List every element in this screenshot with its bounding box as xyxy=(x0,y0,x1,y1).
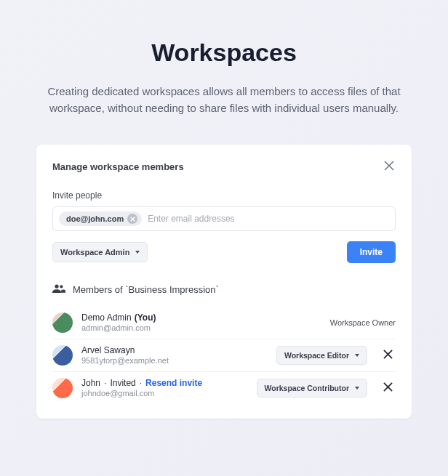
role-dropdown-label: Workspace Admin xyxy=(60,248,129,257)
close-icon xyxy=(384,162,394,173)
you-tag: (You) xyxy=(135,312,156,323)
chevron-down-icon xyxy=(355,387,359,390)
member-info: Demo Admin (You) admin@admin.com xyxy=(81,312,321,332)
invite-input-wrap[interactable]: doe@john.com xyxy=(52,206,396,231)
chip-remove-button[interactable] xyxy=(127,214,137,224)
dot-separator: · xyxy=(140,378,142,388)
close-icon xyxy=(130,213,135,224)
member-info: Arvel Sawayn 9581ytorp@example.net xyxy=(81,345,268,365)
member-role-label: Workspace Contributor xyxy=(265,384,349,392)
member-email: johndoe@gmail.com xyxy=(81,389,248,398)
member-role-dropdown[interactable]: Workspace Editor xyxy=(276,346,367,365)
page-description: Creating dedicated workspaces allows all… xyxy=(31,83,417,117)
member-name-text: Arvel Sawayn xyxy=(81,345,135,355)
members-heading: Members of `Business Impression` xyxy=(73,284,219,295)
chip-email-text: doe@john.com xyxy=(66,214,124,223)
invite-actions-row: Workspace Admin Invite xyxy=(52,241,396,263)
member-email: 9581ytorp@example.net xyxy=(81,356,268,365)
modal-title: Manage workspace members xyxy=(52,161,184,172)
member-email: admin@admin.com xyxy=(81,323,321,332)
member-name-text: Demo Admin xyxy=(81,312,132,323)
member-name: Demo Admin (You) xyxy=(81,312,321,323)
invite-button[interactable]: Invite xyxy=(347,241,396,263)
page-title: Workspaces xyxy=(0,39,448,67)
owner-label: Workspace Owner xyxy=(330,318,396,327)
member-role-dropdown[interactable]: Workspace Contributor xyxy=(257,379,367,398)
svg-point-1 xyxy=(60,285,63,288)
close-button[interactable] xyxy=(383,159,396,174)
svg-point-0 xyxy=(55,284,58,288)
member-row: John · Invited · Resend invite johndoe@g… xyxy=(52,371,396,404)
member-role-label: Workspace Editor xyxy=(284,351,349,360)
chevron-down-icon xyxy=(135,251,140,254)
role-dropdown[interactable]: Workspace Admin xyxy=(52,242,148,262)
member-row: Demo Admin (You) admin@admin.com Workspa… xyxy=(52,307,396,339)
remove-member-button[interactable] xyxy=(380,347,396,364)
avatar xyxy=(52,312,73,333)
close-icon xyxy=(383,350,393,361)
invited-tag: Invited xyxy=(110,378,135,388)
resend-invite-link[interactable]: Resend invite xyxy=(145,378,202,388)
modal-header: Manage workspace members xyxy=(52,159,396,174)
remove-member-button[interactable] xyxy=(380,379,396,397)
members-modal: Manage workspace members Invite people d… xyxy=(36,145,412,419)
invite-email-input[interactable] xyxy=(148,214,389,224)
member-info: John · Invited · Resend invite johndoe@g… xyxy=(81,378,248,398)
email-chip: doe@john.com xyxy=(59,211,142,226)
invite-label: Invite people xyxy=(52,190,396,201)
member-name-text: John xyxy=(81,378,100,388)
people-icon xyxy=(52,283,65,297)
dot-separator: · xyxy=(104,378,106,388)
avatar xyxy=(52,378,73,398)
avatar xyxy=(52,345,73,366)
close-icon xyxy=(383,383,393,394)
chevron-down-icon xyxy=(355,354,359,357)
member-name: John · Invited · Resend invite xyxy=(81,378,248,388)
member-row: Arvel Sawayn 9581ytorp@example.net Works… xyxy=(52,339,396,371)
member-name: Arvel Sawayn xyxy=(81,345,268,355)
members-header: Members of `Business Impression` xyxy=(52,283,396,297)
